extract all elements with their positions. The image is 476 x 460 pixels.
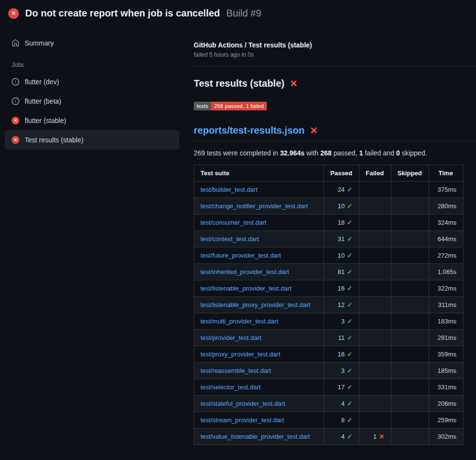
time-value: 291ms [429,330,463,346]
check-icon: ✓ [347,301,353,308]
check-icon: ✓ [347,268,353,276]
time-value: 359ms [429,346,463,363]
check-icon: ✓ [347,235,353,243]
sidebar-item-flutter-dev[interactable]: ! flutter (dev) [5,72,179,92]
badge-value: 268 passed, 1 failed [211,102,266,110]
jobs-section-label: Jobs [5,53,179,72]
table-row: test/context_test.dart 31✓ 644ms [194,231,463,247]
failed-status-icon: ✕ [8,8,19,19]
check-icon: ✓ [347,318,353,325]
summary-skipped: 0 [396,149,400,157]
build-number: Build #9 [226,8,261,19]
passed-count: 8 [341,416,344,424]
page-header: ✕ Do not create report when job is cance… [0,0,476,24]
time-value: 183ms [429,313,463,330]
table-row: test/proxy_provider_test.dart 16✓ 359ms [194,346,463,363]
sidebar-item-label: Summary [25,39,54,47]
suite-link[interactable]: test/context_test.dart [200,235,259,243]
check-run-title-text: Test results (stable) [194,78,284,89]
suite-link[interactable]: test/consumer_test.dart [200,219,266,226]
table-row: test/stateful_provider_test.dart 4✓ 206m… [194,396,463,412]
table-row: test/value_listenable_provider_test.dart… [194,429,463,445]
time-value: 280ms [429,198,463,215]
table-header-row: Test suite Passed Failed Skipped Time [194,165,463,182]
suite-link[interactable]: test/inherited_provider_test.dart [200,268,289,276]
sidebar-item-flutter-stable[interactable]: ✕ flutter (stable) [5,111,179,130]
suite-link[interactable]: test/builder_test.dart [200,186,258,193]
table-row: test/listenable_provider_test.dart 16✓ 3… [194,280,463,297]
header-passed: Passed [324,165,359,182]
table-row: test/selector_test.dart 17✓ 331ms [194,379,463,396]
passed-count: 81 [338,268,344,276]
time-value: 322ms [429,280,463,297]
suite-link[interactable]: test/listenable_provider_test.dart [200,285,292,292]
time-value: 302ms [429,429,463,445]
summary-passed: 268 [321,149,332,157]
time-value: 185ms [429,363,463,379]
suite-link[interactable]: test/stateful_provider_test.dart [200,400,285,407]
check-icon: ✓ [347,400,353,407]
suite-link[interactable]: test/provider_test.dart [200,334,261,341]
passed-count: 3 [341,318,344,325]
divider [194,66,476,66]
x-glyph: ✕ [14,119,17,123]
failed-status-icon: ✕ [12,117,19,124]
sidebar-item-flutter-beta[interactable]: ! flutter (beta) [5,92,179,111]
suite-link[interactable]: test/listenable_proxy_provider_test.dart [200,301,310,308]
suite-link[interactable]: test/multi_provider_test.dart [200,318,278,325]
table-row: test/inherited_provider_test.dart 81✓ 1.… [194,264,463,280]
time-value: 644ms [429,231,463,247]
table-row: test/provider_test.dart 11✓ 291ms [194,330,463,346]
header-test-suite: Test suite [194,165,324,182]
breadcrumb: GitHub Actions / Test results (stable) [194,41,476,49]
main-content: GitHub Actions / Test results (stable) f… [194,24,476,445]
summary-line: 269 tests were completed in 32.964s with… [194,149,476,157]
sidebar-item-test-results-stable[interactable]: ✕ Test results (stable) [5,130,179,150]
check-icon: ✓ [347,285,353,292]
neutral-status-icon: ! [12,78,19,86]
suite-link[interactable]: test/reassemble_test.dart [200,367,271,374]
failed-status-icon: ✕ [12,136,19,144]
summary-text: 269 tests were completed in [194,149,280,157]
sidebar-item-label: flutter (dev) [25,78,59,86]
x-icon: ✕ [379,433,384,440]
header-time: Time [429,165,463,182]
results-table: Test suite Passed Failed Skipped Time te… [194,165,463,445]
badge-label: tests [194,102,211,110]
passed-count: 10 [338,202,344,210]
time-value: 324ms [429,215,463,231]
summary-failed: 1 [359,149,363,157]
report-file-link[interactable]: reports/test-results.json [194,125,305,136]
page-title: Do not create report when job is cancell… [25,8,220,19]
passed-count: 4 [341,433,344,440]
passed-count: 12 [338,301,344,308]
summary-text: passed, [332,149,359,157]
table-row: test/listenable_proxy_provider_test.dart… [194,297,463,313]
suite-link[interactable]: test/stream_provider_test.dart [200,416,284,424]
run-status-line: failed 5 hours ago in 0s [194,51,476,58]
check-icon: ✓ [347,433,353,440]
suite-link[interactable]: test/value_listenable_provider_test.dart [200,433,310,440]
sidebar-item-summary[interactable]: Summary [5,33,179,53]
check-run-title: Test results (stable) ✕ [194,78,476,89]
check-icon: ✓ [347,416,353,424]
summary-text: failed and [363,149,397,157]
passed-count: 16 [338,351,344,358]
sidebar-item-label: flutter (beta) [25,97,61,105]
home-icon [12,39,19,47]
suite-link[interactable]: test/proxy_provider_test.dart [200,351,280,358]
passed-count: 24 [338,186,344,193]
suite-link[interactable]: test/selector_test.dart [200,383,261,391]
report-heading: reports/test-results.json ✕ [194,125,476,141]
table-row: test/consumer_test.dart 18✓ 324ms [194,215,463,231]
time-value: 331ms [429,379,463,396]
passed-count: 16 [338,285,344,292]
check-icon: ✓ [347,351,353,358]
check-icon: ✓ [347,186,353,193]
failed-count: 1 [373,433,376,440]
table-row: test/stream_provider_test.dart 8✓ 259ms [194,412,463,429]
suite-link[interactable]: test/future_provider_test.dart [200,252,281,259]
time-value: 375ms [429,182,463,198]
passed-count: 3 [341,367,344,374]
suite-link[interactable]: test/change_notifier_provider_test.dart [200,202,308,210]
